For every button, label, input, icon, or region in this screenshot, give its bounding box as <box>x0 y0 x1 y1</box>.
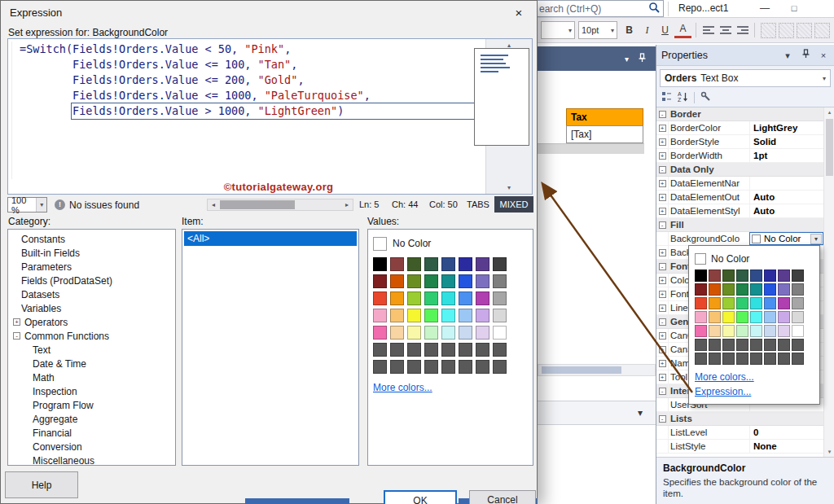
color-swatch[interactable] <box>750 311 762 323</box>
color-swatch[interactable] <box>441 274 455 288</box>
color-swatch[interactable] <box>407 343 421 357</box>
category-item[interactable]: Text <box>8 343 175 357</box>
color-swatch[interactable] <box>493 343 507 357</box>
color-swatch[interactable] <box>750 283 762 296</box>
code-line-1[interactable]: =Switch(Fields!Orders.Value < 50, "Pink"… <box>20 42 483 57</box>
color-swatch[interactable] <box>441 360 455 374</box>
item-all-selected[interactable]: <All> <box>184 231 357 246</box>
color-swatch[interactable] <box>695 297 707 309</box>
color-swatch[interactable] <box>390 291 404 305</box>
color-swatch[interactable] <box>709 339 721 351</box>
code-line-4[interactable]: Fields!Orders.Value <= 1000, "PaleTurquo… <box>20 88 483 103</box>
property-row-backgroundcolo[interactable]: BackgroundColoNo Color▾ <box>656 232 823 246</box>
code-line-3[interactable]: Fields!Orders.Value <= 200, "Gold", <box>20 72 483 88</box>
color-swatch[interactable] <box>695 270 707 282</box>
color-swatch[interactable] <box>750 339 762 351</box>
color-swatch[interactable] <box>390 326 404 340</box>
color-swatch[interactable] <box>476 291 489 305</box>
more-colors-link[interactable]: More colors... <box>373 382 432 393</box>
property-row-bordercolor[interactable]: +BorderColorLightGrey <box>656 121 823 135</box>
property-value[interactable]: 0 <box>749 426 823 439</box>
property-row-listlevel[interactable]: ListLevel0 <box>656 426 823 440</box>
help-button[interactable]: Help <box>5 471 78 498</box>
color-swatch[interactable] <box>736 353 748 365</box>
color-swatch[interactable] <box>695 353 707 365</box>
color-swatch[interactable] <box>407 291 421 305</box>
category-item[interactable]: +Operators <box>8 315 175 329</box>
color-swatch[interactable] <box>736 325 748 337</box>
object-selector[interactable]: Orders Text Box ▾ <box>660 69 831 87</box>
color-swatch[interactable] <box>493 360 507 374</box>
color-swatch[interactable] <box>493 291 507 305</box>
expand-icon[interactable]: + <box>656 274 669 287</box>
collapse-icon[interactable]: - <box>656 163 669 176</box>
expand-icon[interactable]: + <box>656 246 669 259</box>
category-item[interactable]: Variables <box>8 301 175 315</box>
color-swatch[interactable] <box>792 270 804 282</box>
ok-button[interactable]: OK <box>384 490 457 504</box>
table-column-header[interactable]: Tax <box>566 108 643 126</box>
color-swatch[interactable] <box>709 283 721 296</box>
color-swatch[interactable] <box>441 257 455 271</box>
color-swatch[interactable] <box>736 297 748 309</box>
color-swatch[interactable] <box>373 360 387 374</box>
category-item[interactable]: Program Flow <box>8 398 175 412</box>
color-swatch[interactable] <box>390 343 404 357</box>
color-swatch[interactable] <box>424 360 438 374</box>
editor-minimap[interactable] <box>474 48 529 146</box>
color-swatch[interactable] <box>424 274 438 288</box>
color-swatch[interactable] <box>441 326 455 340</box>
color-swatch[interactable] <box>407 326 421 340</box>
color-swatch[interactable] <box>736 311 748 323</box>
align-center-icon[interactable] <box>719 24 732 38</box>
color-swatch[interactable] <box>373 274 387 288</box>
color-swatch[interactable] <box>476 257 489 271</box>
scroll-down-icon[interactable]: ▾ <box>486 184 532 191</box>
property-pages-icon[interactable] <box>700 91 711 104</box>
color-swatch[interactable] <box>778 325 790 337</box>
color-swatch[interactable] <box>750 353 762 365</box>
scrollbar-thumb[interactable] <box>826 119 833 176</box>
color-swatch[interactable] <box>390 257 404 271</box>
color-swatch[interactable] <box>407 360 421 374</box>
property-value[interactable]: None <box>749 440 823 453</box>
color-swatch[interactable] <box>778 353 790 365</box>
code-line-5[interactable]: Fields!Orders.Value > 1000, "LightGreen"… <box>20 103 483 119</box>
scroll-down-icon[interactable]: ▾ <box>824 447 834 457</box>
expand-icon[interactable]: + <box>13 318 20 326</box>
category-item[interactable]: Date & Time <box>8 357 175 370</box>
color-swatch[interactable] <box>792 353 804 365</box>
color-swatch[interactable] <box>459 309 472 322</box>
category-item[interactable]: Fields (ProdDataSet) <box>8 274 175 287</box>
color-swatch[interactable] <box>695 339 707 351</box>
color-swatch[interactable] <box>441 343 455 357</box>
collapse-icon[interactable]: - <box>656 384 669 397</box>
border-style-icon[interactable] <box>779 23 794 38</box>
color-swatch[interactable] <box>373 291 387 305</box>
code-area[interactable]: =Switch(Fields!Orders.Value < 50, "Pink"… <box>11 42 483 179</box>
search-input[interactable]: earch (Ctrl+Q) <box>539 3 648 15</box>
color-swatch[interactable] <box>407 309 421 322</box>
expand-icon[interactable]: + <box>656 121 669 134</box>
chevron-down-icon[interactable]: ▾ <box>625 55 629 64</box>
color-swatch[interactable] <box>764 339 776 351</box>
color-swatch[interactable] <box>764 353 776 365</box>
color-swatch[interactable] <box>493 326 507 340</box>
close-icon[interactable]: × <box>818 50 829 61</box>
color-swatch[interactable] <box>390 274 404 288</box>
color-swatch[interactable] <box>459 291 472 305</box>
property-row-dataelementstyl[interactable]: +DataElementStylAuto <box>656 204 823 218</box>
color-swatch[interactable] <box>722 311 735 323</box>
category-item[interactable]: Miscellaneous <box>8 454 175 466</box>
expand-icon[interactable]: + <box>656 301 669 314</box>
color-swatch[interactable] <box>709 311 721 323</box>
expand-icon[interactable]: + <box>656 370 669 383</box>
border-style-icon[interactable] <box>761 23 776 38</box>
color-swatch[interactable] <box>792 339 804 351</box>
chevron-down-icon[interactable]: ▾ <box>638 407 643 419</box>
color-swatch[interactable] <box>722 339 735 351</box>
scroll-left-icon[interactable]: ◂ <box>208 199 219 210</box>
category-item[interactable]: Financial <box>8 426 175 440</box>
color-swatch[interactable] <box>709 297 721 309</box>
expand-icon[interactable]: + <box>656 204 669 217</box>
